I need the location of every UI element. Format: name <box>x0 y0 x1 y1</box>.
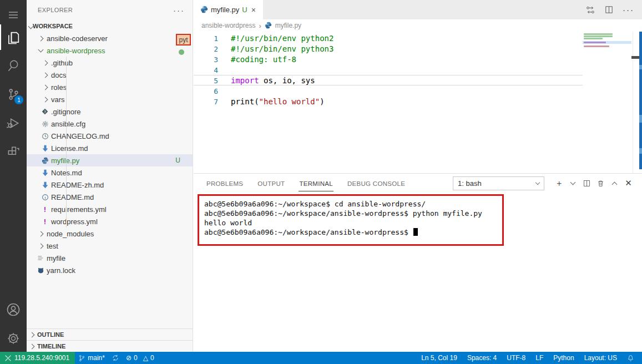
remote-indicator[interactable]: 119.28.5.240:9001 <box>0 352 75 364</box>
sync-changes-item[interactable] <box>108 352 123 364</box>
line-number: 2 <box>194 44 218 53</box>
search-icon[interactable] <box>0 53 27 78</box>
tree-item-label: wordpress.yml <box>51 218 98 226</box>
breadcrumb-file[interactable]: myfile.py <box>275 22 301 29</box>
account-icon[interactable] <box>0 297 27 322</box>
remote-address: 119.28.5.240:9001 <box>14 354 69 362</box>
tree-item-ansible.cfg[interactable]: ansible.cfg <box>27 118 193 130</box>
open-changes-icon[interactable] <box>585 5 595 15</box>
run-debug-icon[interactable] <box>0 111 27 135</box>
errors-icon: ⊘ <box>126 354 132 362</box>
split-terminal-icon[interactable] <box>580 176 594 190</box>
tree-item-.gitignore[interactable]: .gitignore <box>27 105 193 118</box>
extensions-icon[interactable] <box>0 140 27 164</box>
tree-item-README.md[interactable]: README.md <box>27 191 193 203</box>
terminal-dropdown-icon[interactable] <box>566 176 580 190</box>
source-control-icon[interactable]: 1 <box>0 82 27 107</box>
code-text: #coding: utf-8 <box>218 54 296 64</box>
tab-modified-indicator: U <box>242 6 247 14</box>
tab-problems[interactable]: PROBLEMS <box>206 175 244 191</box>
explorer-files-icon[interactable] <box>0 26 27 50</box>
tree-item-ansible-wordpress[interactable]: ansible-wordpress <box>27 44 193 57</box>
tree-item-License.md[interactable]: License.md <box>27 142 193 154</box>
language-mode[interactable]: Python <box>550 352 577 364</box>
right-edge-artifact <box>639 32 642 169</box>
code-text <box>218 86 231 95</box>
tree-item-label: roles <box>51 83 67 92</box>
python-icon <box>200 6 208 14</box>
python-icon <box>40 157 50 164</box>
split-editor-icon[interactable] <box>604 5 614 14</box>
breadcrumb[interactable]: ansible-wordpress › myfile.py <box>194 19 642 32</box>
tree-item-myfile.py[interactable]: myfile.pyU <box>27 154 193 166</box>
menu-icon[interactable] <box>0 3 27 27</box>
editor-actions: ··· <box>585 0 642 19</box>
terminal-cursor <box>413 228 418 236</box>
code-line-4[interactable]: 4 <box>194 64 583 75</box>
line-number: 4 <box>194 65 218 74</box>
code-line-6[interactable]: 6 <box>194 85 583 96</box>
tab-myfile-py[interactable]: myfile.py U × <box>194 0 263 19</box>
close-panel-icon[interactable]: ✕ <box>621 176 635 190</box>
tree-item-label: test <box>47 242 58 250</box>
code-line-5[interactable]: 5import os, io, sys <box>194 75 583 85</box>
keyboard-layout[interactable]: Layout: US <box>581 352 620 364</box>
chevron-right-icon <box>29 343 35 349</box>
new-terminal-icon[interactable]: ＋ <box>552 176 566 190</box>
code-editor[interactable]: 1#!/usr/bin/env python22#!/usr/bin/env p… <box>194 33 583 107</box>
breadcrumb-folder[interactable]: ansible-wordpress <box>201 22 255 29</box>
scm-badge: 1 <box>14 95 23 104</box>
exclamation-icon: ! <box>40 205 50 214</box>
tree-item-node_modules[interactable]: node_modules <box>27 228 193 240</box>
git-branch-item[interactable]: main* <box>75 352 108 364</box>
editor-more-actions-icon[interactable]: ··· <box>623 5 634 14</box>
tree-item-ansible-codeserver[interactable]: ansible-codeserver <box>27 32 193 44</box>
exclamation-icon: ! <box>40 218 50 226</box>
tree-item-yarn.lock[interactable]: yarn.lock <box>27 264 193 276</box>
code-line-3[interactable]: 3#coding: utf-8 <box>194 54 583 64</box>
tree-item-label: .github <box>51 59 73 67</box>
tree-item-CHANGELOG.md[interactable]: CHANGELOG.md <box>27 130 193 142</box>
tree-item-Notes.md[interactable]: Notes.md <box>27 166 193 179</box>
minimap[interactable] <box>583 32 633 173</box>
tab-output[interactable]: OUTPUT <box>257 175 285 191</box>
problems-item[interactable]: ⊘ 0 △ 0 <box>123 352 158 364</box>
eol-sequence[interactable]: LF <box>532 352 547 364</box>
tree-item-vars[interactable]: vars <box>27 93 193 105</box>
kill-terminal-trash-icon[interactable] <box>594 176 608 190</box>
sidebar-more-actions-icon[interactable]: ··· <box>173 6 185 15</box>
code-line-2[interactable]: 2#!/usr/bin/env python3 <box>194 43 583 54</box>
tree-item-myfile[interactable]: myfile <box>27 252 193 264</box>
tree-item-README-zh.md[interactable]: README-zh.md <box>27 179 193 191</box>
chevron-right-icon <box>36 244 46 248</box>
tree-item-roles[interactable]: roles <box>27 81 193 93</box>
cursor-position[interactable]: Ln 5, Col 19 <box>418 352 461 364</box>
tree-item-label: myfile <box>47 254 65 262</box>
chevron-right-icon <box>36 232 46 236</box>
tab-terminal[interactable]: TERMINAL <box>299 175 333 191</box>
code-line-1[interactable]: 1#!/usr/bin/env python2 <box>194 33 583 43</box>
tab-debug-console[interactable]: DEBUG CONSOLE <box>347 175 406 191</box>
outline-section-header[interactable]: OUTLINE <box>27 328 193 340</box>
encoding[interactable]: UTF-8 <box>503 352 529 364</box>
tree-item-.github[interactable]: .github <box>27 57 193 69</box>
timeline-section-header[interactable]: TIMELINE <box>27 340 193 352</box>
tree-item-wordpress.yml[interactable]: !wordpress.yml <box>27 215 193 228</box>
panel-header: PROBLEMS OUTPUT TERMINAL DEBUG CONSOLE 1… <box>194 174 642 193</box>
chevron-down-icon <box>535 180 540 184</box>
warnings-count: 0 <box>150 354 154 362</box>
tab-close-icon[interactable]: × <box>251 6 256 14</box>
tree-item-docs[interactable]: docs <box>27 69 193 81</box>
settings-gear-icon[interactable] <box>0 326 27 351</box>
file-tree: ansible-codeserveransible-wordpress.gith… <box>27 32 193 276</box>
terminal-select[interactable]: 1: bash <box>453 176 544 190</box>
tree-item-requirements.yml[interactable]: !requirements.yml <box>27 203 193 215</box>
indentation[interactable]: Spaces: 4 <box>464 352 500 364</box>
tree-item-label: myfile.py <box>51 156 79 165</box>
tree-item-test[interactable]: test <box>27 240 193 252</box>
notifications-bell-icon[interactable] <box>624 352 638 364</box>
maximize-panel-icon[interactable] <box>608 176 621 190</box>
terminal-output[interactable]: abc@5e6b09a6a096:~/workspace$ cd ansible… <box>204 199 482 237</box>
code-line-7[interactable]: 7print("hello world") <box>194 96 583 107</box>
workspace-section-header[interactable]: WORKSPACE <box>27 20 193 32</box>
